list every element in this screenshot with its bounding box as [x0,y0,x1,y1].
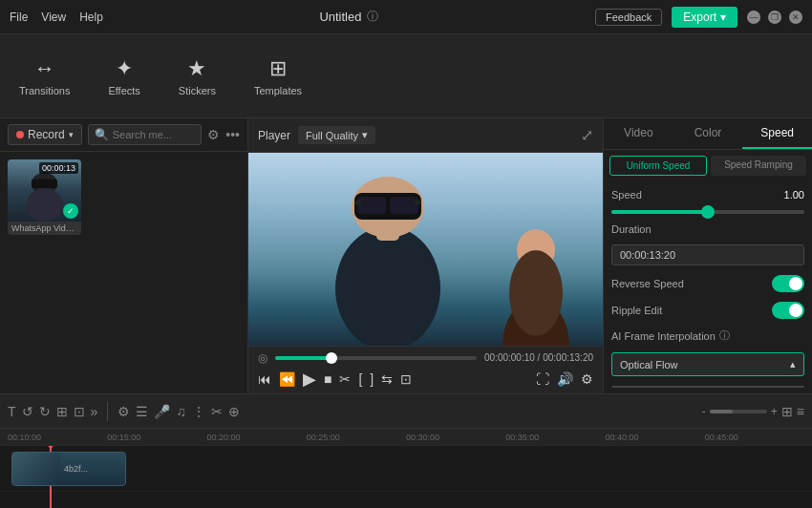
ai-frame-label: AI Frame Interpolation [611,330,716,342]
menu-help[interactable]: Help [79,11,103,24]
search-box[interactable]: 🔍 [88,124,203,145]
split-button[interactable]: ✂ [339,371,351,387]
dropdown-menu: Frame Sampling Default Frame Blending Fa… [611,386,804,388]
tl-mic-button[interactable]: 🎤 [154,404,170,419]
tl-redo-button[interactable]: ↻ [39,404,51,419]
progress-thumb [326,352,337,364]
templates-label: Templates [254,85,302,96]
svg-rect-8 [390,197,418,214]
ruler-mark-1: 00:15:00 [107,433,206,442]
toolbar-templates[interactable]: ⊞ Templates [245,51,311,102]
edit-button[interactable]: ⇆ [381,371,393,387]
stickers-icon: ★ [187,56,206,81]
person-vr [292,153,483,346]
menu-view[interactable]: View [41,11,66,24]
tl-voice-button[interactable]: ♫ [176,404,186,419]
tl-export-frame-button[interactable]: ⊡ [74,404,85,419]
zoom-in-icon[interactable]: + [771,405,778,418]
timeline-tracks: 4b2f... [0,446,812,508]
menu-file[interactable]: File [10,11,28,24]
svg-point-2 [26,188,63,222]
control-buttons: ⏮ ⏪ ▶ ■ ✂ [ ] ⇆ ⊡ ⛶ 🔊 ⚙ [258,369,593,390]
tl-track-button[interactable]: ☰ [136,404,148,419]
tl-split-button[interactable]: ⊞ [56,404,68,419]
toolbar-transitions[interactable]: ↔ Transitions [10,51,79,102]
speed-slider-thumb [701,205,715,219]
ruler-mark-0: 00:10:00 [8,433,107,442]
tab-video[interactable]: Video [604,118,673,149]
title-info-icon: ⓘ [367,9,378,25]
templates-icon: ⊞ [269,56,287,81]
toolbar-effects[interactable]: ✦ Effects [98,51,149,102]
subtab-speed-ramping[interactable]: Speed Ramping [711,156,806,176]
toolbar-stickers[interactable]: ★ Stickers [169,51,225,102]
main-toolbar: ↔ Transitions ✦ Effects ★ Stickers ⊞ Tem… [0,34,812,118]
settings-button[interactable]: ⚙ [581,371,593,387]
filter-icon[interactable]: ⚙ [207,127,220,142]
tl-text-button[interactable]: T [8,404,16,419]
duration-label: Duration [611,223,652,235]
track-row-video: 4b2f... [0,446,812,492]
timeline-ruler: 00:10:00 00:15:00 00:20:00 00:25:00 00:3… [0,429,812,446]
tab-speed[interactable]: Speed [742,118,812,149]
window-controls: — ❐ ✕ [747,11,802,24]
tl-cut-button[interactable]: ✂ [211,404,223,419]
close-button[interactable]: ✕ [789,11,802,24]
tl-more-button[interactable]: » [91,404,98,419]
zoom-track[interactable] [710,410,767,413]
svg-point-3 [335,226,440,346]
reverse-speed-toggle[interactable] [772,275,804,292]
zoom-out-icon[interactable]: - [702,405,706,418]
svg-point-13 [509,250,563,336]
dropdown-item-frame-sampling[interactable]: Frame Sampling Default [612,387,803,388]
mark-out-button[interactable]: ] [370,371,374,387]
player-bar: Player Full Quality ▾ ⤢ [248,118,603,153]
volume-button[interactable]: 🔊 [557,371,573,387]
right-tabs: Video Color Speed [604,118,812,150]
tl-grid-button[interactable]: ⊞ [781,404,793,419]
tab-color[interactable]: Color [673,118,743,149]
skip-back-button[interactable]: ⏮ [258,371,271,387]
maximize-button[interactable]: ❐ [768,11,781,24]
clip-thumb [12,453,60,485]
fullscreen-button[interactable]: ⛶ [536,371,549,387]
video-preview [248,153,603,346]
media-grid: 00:00:13 ✓ WhatsApp Video 2023-10-05... [0,152,247,243]
quality-select[interactable]: Full Quality ▾ [298,126,375,144]
minimize-button[interactable]: — [747,11,760,24]
mark-in-button[interactable]: [ [358,371,362,387]
expand-icon[interactable]: ⤢ [581,126,593,144]
interpolation-dropdown[interactable]: Optical Flow ▴ [611,352,804,376]
tl-undo-button[interactable]: ↺ [22,404,33,419]
ai-info-icon[interactable]: ⓘ [719,328,730,343]
more-icon[interactable]: ••• [225,127,240,142]
duration-value[interactable]: 00:00:13:20 [611,244,804,265]
search-input[interactable] [113,129,189,140]
ai-frame-row: AI Frame Interpolation ⓘ [611,328,804,343]
tl-layout-button[interactable]: ≡ [797,404,804,419]
feedback-button[interactable]: Feedback [595,9,662,26]
step-back-button[interactable]: ⏪ [279,371,295,387]
speed-subtabs: Uniform Speed Speed Ramping [604,150,812,181]
document-title: Untitled [319,10,361,24]
ripple-edit-row: Ripple Edit [611,302,804,319]
quality-chevron-icon: ▾ [362,129,368,141]
play-button[interactable]: ▶ [303,369,316,390]
stickers-label: Stickers [179,85,216,96]
crop-button[interactable]: ⊡ [400,371,412,387]
ripple-edit-toggle-thumb [789,304,802,317]
tl-snap-button[interactable]: ⋮ [192,404,205,419]
stop-button[interactable]: ■ [324,371,331,387]
subtab-uniform-speed[interactable]: Uniform Speed [609,156,707,176]
media-thumb-1[interactable]: 00:00:13 ✓ WhatsApp Video 2023-10-05... [8,159,81,235]
ripple-edit-toggle[interactable] [772,302,804,319]
tl-marker-button[interactable]: ⊕ [228,404,240,419]
progress-start-icon: ◎ [258,351,267,365]
speed-slider[interactable] [611,210,804,214]
progress-bar[interactable] [275,356,477,360]
thumb-check-icon: ✓ [63,203,78,219]
tl-settings-button[interactable]: ⚙ [118,404,130,419]
export-button[interactable]: Export ▾ [672,7,737,28]
track-clip-video[interactable]: 4b2f... [11,452,126,486]
record-button[interactable]: Record ▾ [8,124,82,145]
